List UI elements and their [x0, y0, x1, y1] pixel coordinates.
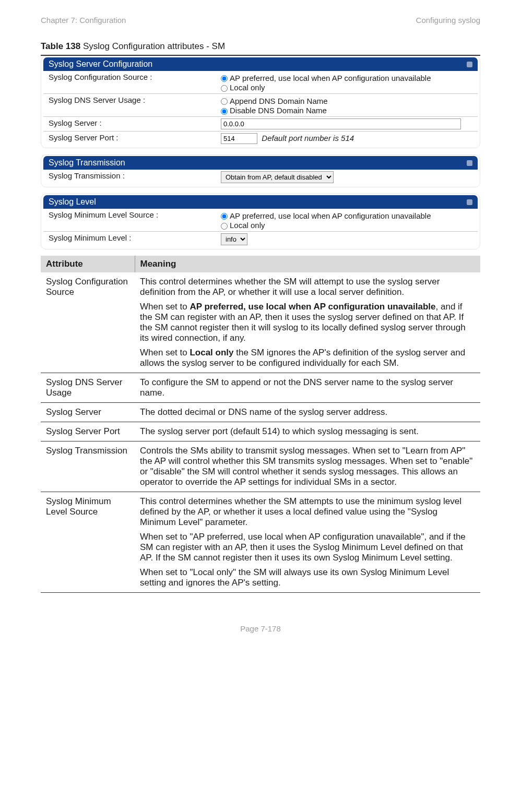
radio-disable-dns[interactable]: Disable DNS Domain Name — [221, 106, 327, 115]
table-row: Syslog Server PortThe syslog server port… — [41, 422, 480, 441]
syslog-level-panel: Syslog Level Syslog Minimum Level Source… — [41, 194, 480, 249]
collapse-icon[interactable] — [467, 199, 472, 205]
attr-name: Syslog Transmission — [41, 441, 135, 492]
table-row: Syslog Configuration SourceThis control … — [41, 272, 480, 373]
syslog-transmission-panel: Syslog Transmission Syslog Transmission … — [41, 154, 480, 187]
attr-name: Syslog Minimum Level Source — [41, 492, 135, 593]
syslog-transmission-select[interactable]: Obtain from AP, default disabled — [221, 171, 334, 183]
attr-meaning: This control determines whether the SM w… — [135, 272, 480, 373]
syslog-server-config-panel: Syslog Server Configuration Syslog Confi… — [41, 56, 480, 148]
field-label: Syslog Minimum Level : — [43, 232, 216, 247]
panel-title: Syslog Server Configuration — [49, 59, 152, 69]
attr-name: Syslog Server — [41, 403, 135, 422]
attr-name: Syslog Server Port — [41, 422, 135, 441]
table-caption: Table 138 Syslog Configuration attribute… — [41, 41, 480, 52]
table-row: Syslog ServerThe dotted decimal or DNS n… — [41, 403, 480, 422]
syslog-port-input[interactable] — [221, 133, 257, 144]
radio-local-only[interactable]: Local only — [221, 83, 265, 92]
panel-title: Syslog Level — [49, 197, 96, 207]
attributes-table: Attribute Meaning Syslog Configuration S… — [41, 256, 480, 593]
syslog-server-input[interactable] — [221, 118, 461, 129]
radio-level-local-only[interactable]: Local only — [221, 221, 265, 230]
section-label: Configuring syslog — [416, 16, 480, 25]
attr-meaning: The syslog server port (default 514) to … — [135, 422, 480, 441]
panel-title: Syslog Transmission — [49, 158, 125, 168]
attr-meaning: This control determines whether the SM a… — [135, 492, 480, 593]
field-label: Syslog DNS Server Usage : — [43, 94, 216, 117]
radio-ap-preferred[interactable]: AP preferred, use local when AP configur… — [221, 74, 431, 82]
field-label: Syslog Minimum Level Source : — [43, 209, 216, 232]
radio-append-dns[interactable]: Append DNS Domain Name — [221, 97, 328, 105]
table-row: Syslog DNS Server UsageTo configure the … — [41, 373, 480, 403]
radio-level-ap-preferred[interactable]: AP preferred, use local when AP configur… — [221, 211, 431, 220]
port-hint: Default port number is 514 — [262, 134, 354, 142]
field-label: Syslog Configuration Source : — [43, 71, 216, 94]
syslog-min-level-select[interactable]: info — [221, 233, 247, 245]
attr-name: Syslog DNS Server Usage — [41, 373, 135, 403]
collapse-icon[interactable] — [467, 160, 472, 166]
attr-meaning: Controls the SMs ability to transmit sys… — [135, 441, 480, 492]
attr-meaning: To configure the SM to append or not the… — [135, 373, 480, 403]
table-row: Syslog TransmissionControls the SMs abil… — [41, 441, 480, 492]
col-meaning: Meaning — [135, 256, 480, 272]
collapse-icon[interactable] — [467, 62, 472, 67]
field-label: Syslog Transmission : — [43, 170, 216, 185]
field-label: Syslog Server : — [43, 117, 216, 132]
attr-name: Syslog Configuration Source — [41, 272, 135, 373]
field-label: Syslog Server Port : — [43, 132, 216, 146]
col-attribute: Attribute — [41, 256, 135, 272]
page-footer: Page 7-178 — [41, 624, 480, 633]
table-number: Table 138 — [41, 41, 80, 51]
attr-meaning: The dotted decimal or DNS name of the sy… — [135, 403, 480, 422]
chapter-label: Chapter 7: Configuration — [41, 16, 126, 25]
table-row: Syslog Minimum Level SourceThis control … — [41, 492, 480, 593]
